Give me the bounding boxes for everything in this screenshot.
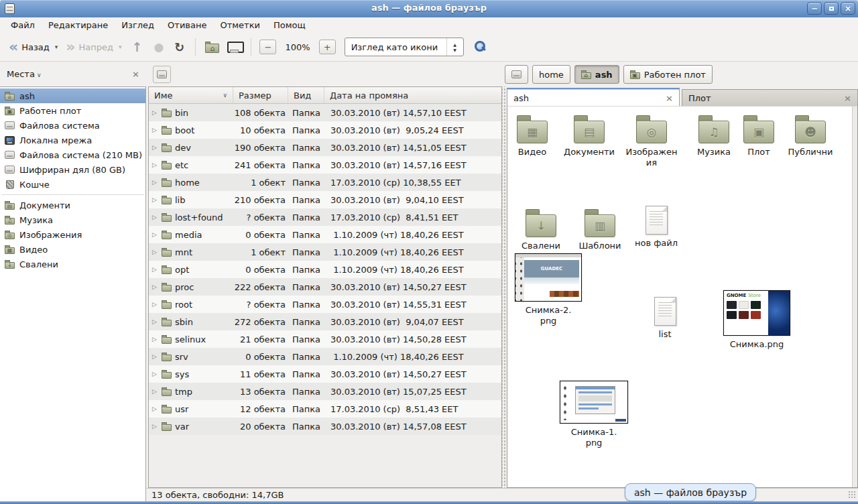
menu-view[interactable]: Изглед	[115, 18, 161, 32]
path-button-desktop[interactable]: ▣ Работен плот	[623, 65, 713, 84]
file-icon-documents[interactable]: ▤ Документи	[558, 115, 620, 158]
sidebar-item-images[interactable]: ◎Изображения	[0, 227, 145, 242]
sidebar-item-ash[interactable]: ⌂ash	[0, 88, 145, 103]
sidebar-close-icon[interactable]: ×	[132, 69, 139, 79]
table-row[interactable]: ▷sbin272 обектаПапка30.03.2010 (вт) 9,04…	[149, 313, 501, 330]
view-mode-select[interactable]: Изглед като икони ▲ ▼	[345, 38, 464, 56]
expander-icon[interactable]: ▷	[152, 231, 158, 238]
file-icon-desktop[interactable]: ▣ Плот	[738, 115, 780, 158]
column-header-date[interactable]: Дата на промяна	[324, 87, 501, 103]
table-row[interactable]: ▷tmp13 обектаПапка30.03.2010 (вт) 15,07,…	[149, 383, 501, 400]
table-row[interactable]: ▷dev190 обектаПапка30.03.2010 (вт) 14,51…	[149, 139, 501, 156]
tab-plot[interactable]: Плот ×	[682, 89, 858, 107]
menu-go[interactable]: Отиване	[161, 18, 213, 32]
spinner-icon[interactable]: ▲ ▼	[446, 38, 463, 56]
expander-icon[interactable]: ▷	[152, 127, 158, 133]
expander-icon[interactable]: ▷	[152, 214, 158, 220]
tree-root-button[interactable]	[153, 66, 171, 83]
file-icon-video[interactable]: ▦ Видео	[509, 115, 556, 158]
path-button-ash[interactable]: ⌂ ash	[574, 65, 619, 84]
file-icon-list[interactable]: list	[644, 297, 686, 340]
up-button[interactable]: ↑	[127, 39, 148, 55]
close-button[interactable]: ×	[841, 2, 855, 15]
column-header-name[interactable]: Име∨	[149, 87, 233, 103]
sidebar-item-filesystem[interactable]: Файлова система	[0, 118, 145, 133]
home-button[interactable]: ⌂	[202, 38, 223, 56]
table-row[interactable]: ▷lib210 обектаПапка30.03.2010 (вт) 9,04,…	[149, 191, 501, 208]
expander-icon[interactable]: ▷	[152, 162, 158, 168]
titlebar[interactable]: ash — файлов браузър − ×	[0, 0, 858, 17]
expander-icon[interactable]: ▷	[152, 388, 158, 395]
sidebar-item-network[interactable]: Локална мрежа	[0, 133, 145, 147]
sidebar-item-encrypted-80gb[interactable]: Шифриран дял (80 GB)	[0, 162, 145, 177]
table-row[interactable]: ▷media0 обектаПапка 1.10.2009 (чт) 18,40…	[149, 226, 501, 243]
file-icon-downloads[interactable]: ↓ Свалени	[513, 208, 569, 251]
sidebar-item-music[interactable]: ♫Музика	[0, 212, 145, 227]
vertical-scrollbar[interactable]	[852, 107, 857, 487]
table-row[interactable]: ▷selinux21 обектаПапка30.03.2010 (вт) 14…	[149, 330, 501, 348]
pane-splitter[interactable]	[502, 86, 507, 488]
table-row[interactable]: ▷usr12 обектаПапка17.03.2010 (ср) 8,51,4…	[149, 400, 501, 418]
table-row[interactable]: ▷sys11 обектаПапка30.03.2010 (вт) 14,50,…	[149, 365, 501, 383]
sidebar-item-downloads[interactable]: ↓Свалени	[0, 257, 145, 271]
sidebar-item-filesystem-210mb[interactable]: Файлова система (210 MB)	[0, 147, 145, 162]
file-icon-new-file[interactable]: нов файл	[631, 206, 682, 249]
expander-icon[interactable]: ▷	[152, 371, 158, 377]
expander-icon[interactable]: ▷	[152, 196, 158, 203]
resize-grip[interactable]	[848, 491, 857, 499]
maximize-button[interactable]	[824, 2, 839, 15]
table-row[interactable]: ▷bin108 обектаПапка30.03.2010 (вт) 14,57…	[149, 104, 501, 121]
table-row[interactable]: ▷opt0 обектаПапка 1.10.2009 (чт) 18,40,2…	[149, 261, 501, 278]
expander-icon[interactable]: ▷	[152, 249, 158, 255]
icon-view-pane[interactable]: ▦ Видео ▤ Документи ◎ Изображения ♫ Музи…	[507, 106, 858, 488]
sidebar-item-desktop[interactable]: ▣Работен плот	[0, 103, 145, 118]
places-dropdown[interactable]: Места∨	[7, 69, 42, 79]
table-row[interactable]: ▷lost+found? обектаПапка17.03.2010 (ср) …	[149, 208, 501, 226]
file-icon-snimka[interactable]: GNOMEStore Снимка.png	[721, 290, 793, 350]
back-dropdown-icon[interactable]: ▾	[55, 44, 58, 50]
table-row[interactable]: ▷root? обектаПапка30.03.2010 (вт) 14,55,…	[149, 296, 501, 313]
expander-icon[interactable]: ▷	[152, 423, 158, 430]
path-button-home[interactable]: home	[532, 65, 570, 84]
tab-close-icon[interactable]: ×	[844, 93, 851, 103]
sidebar-item-video[interactable]: ▦Видео	[0, 242, 145, 257]
tab-close-icon[interactable]: ×	[666, 93, 673, 103]
expander-icon[interactable]: ▷	[152, 109, 158, 116]
zoom-out-button[interactable]: −	[259, 40, 276, 54]
menu-help[interactable]: Помощ	[267, 18, 312, 32]
expander-icon[interactable]: ▷	[152, 336, 158, 342]
column-header-type[interactable]: Вид	[288, 87, 324, 103]
table-row[interactable]: ▷home1 обектПапка17.03.2010 (ср) 10,38,5…	[149, 174, 501, 191]
table-row[interactable]: ▷mnt1 обектПапка 1.10.2009 (чт) 18,40,26…	[149, 243, 501, 261]
column-header-size[interactable]: Размер	[233, 87, 288, 103]
expander-icon[interactable]: ▷	[152, 353, 158, 360]
menu-file[interactable]: Файл	[4, 18, 42, 32]
path-button-filesystem[interactable]	[505, 65, 528, 84]
menu-edit[interactable]: Редактиране	[42, 18, 115, 32]
file-icon-public[interactable]: ☻ Публични	[780, 115, 841, 158]
table-row[interactable]: ▷boot10 обектаПапка30.03.2010 (вт) 9,05,…	[149, 121, 501, 139]
expander-icon[interactable]: ▷	[152, 284, 158, 290]
search-icon[interactable]	[475, 41, 487, 53]
file-icon-snimka-1[interactable]: Снимка-1.png	[559, 381, 629, 448]
file-icon-snimka-2[interactable]: GUADEC Снимка-2.png	[514, 253, 583, 326]
table-row[interactable]: ▷srv0 обектаПапка 1.10.2009 (чт) 18,40,2…	[149, 348, 501, 365]
file-icon-images[interactable]: ◎ Изображения	[625, 115, 678, 168]
expander-icon[interactable]: ▷	[152, 179, 158, 186]
file-icon-templates[interactable]: ▥ Шаблони	[572, 208, 628, 251]
table-row[interactable]: ▷proc222 обектаПапка30.03.2010 (вт) 14,5…	[149, 278, 501, 296]
expander-icon[interactable]: ▷	[152, 144, 158, 151]
sidebar-item-documents[interactable]: ▤Документи	[0, 198, 145, 212]
expander-icon[interactable]: ▷	[152, 318, 158, 325]
expander-icon[interactable]: ▷	[152, 405, 158, 412]
sidebar-item-trash[interactable]: Кошче	[0, 177, 145, 192]
table-row[interactable]: ▷etc241 обектаПапка30.03.2010 (вт) 14,57…	[149, 156, 501, 174]
zoom-in-button[interactable]: +	[319, 40, 336, 54]
computer-button[interactable]	[224, 39, 245, 56]
back-button[interactable]: « Назад ▾	[5, 39, 61, 55]
expander-icon[interactable]: ▷	[152, 266, 158, 273]
table-row[interactable]: ▷var20 обектаПапка30.03.2010 (вт) 14,57,…	[149, 418, 501, 435]
menu-bookmarks[interactable]: Отметки	[213, 18, 266, 32]
expander-icon[interactable]: ▷	[152, 301, 158, 308]
minimize-button[interactable]: −	[807, 2, 822, 15]
